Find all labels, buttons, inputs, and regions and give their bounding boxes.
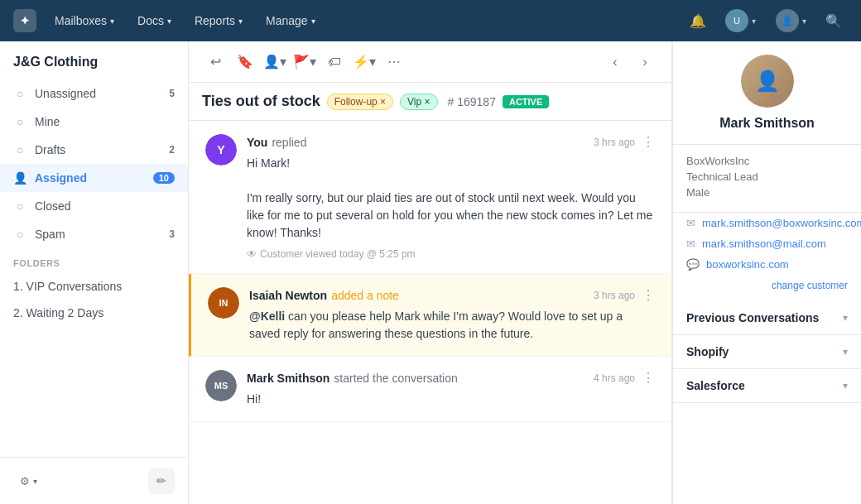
message-body: @Kelli can you please help Mark while I'… [249,308,655,343]
sidebar-bottom: ⚙ ▾ ✏ [0,457,188,504]
notification-bell-icon[interactable]: 🔔 [684,7,712,35]
nav-arrows: ‹ › [602,49,658,75]
nav-manage[interactable]: Manage ▾ [257,9,324,32]
drafts-icon: ○ [13,143,26,156]
org-name: J&G Clothing [0,41,188,79]
sidebar-item-assigned[interactable]: 👤 Assigned 10 [0,164,188,192]
assign-button[interactable]: 👤▾ [262,49,288,75]
conversation-title-bar: Ties out of stock Follow-up × Vip × # 16… [189,83,671,121]
message-sender: Mark Smithson [247,372,329,385]
email-icon: ✉ [686,217,695,229]
assigned-icon: 👤 [13,171,26,185]
message-body: Hi! [247,391,655,408]
sender-avatar: IN [208,287,239,319]
spam-icon: ○ [13,228,26,241]
message-sender: You [247,136,267,149]
workflow-button[interactable]: ⚡▾ [351,49,378,75]
panel-shopify-title: Shopify [686,345,729,358]
panel-salesforce-title: Salesforce [686,379,745,392]
message-action: replied [272,136,306,149]
folder-waiting[interactable]: 2. Waiting 2 Days [0,300,188,326]
message-menu-button[interactable]: ⋮ [642,134,655,150]
conversation-messages: Y You replied 3 hrs ago ⋮ Hi Mark! I'm r… [189,121,671,504]
prev-conv-button[interactable]: ‹ [602,49,628,75]
message-action: started the conversation [334,372,457,385]
message-item: Y You replied 3 hrs ago ⋮ Hi Mark! I'm r… [189,121,671,274]
contact-title: Technical Lead [686,170,848,183]
tag-followup[interactable]: Follow-up × [327,94,393,110]
contact-avatar-button[interactable]: 👤 ▾ [769,6,813,36]
message-footer: 👁 Customer viewed today @ 5:25 pm [247,248,655,260]
conversation-id: # 169187 [448,95,496,108]
sidebar: J&G Clothing ○ Unassigned 5 ○ Mine ○ Dra… [0,41,189,504]
contact-website: 💬 boxworksinc.com [673,254,861,275]
panel-shopify: Shopify [673,335,861,369]
change-customer-section: change customer [673,275,861,301]
sender-avatar: Y [205,134,237,166]
closed-icon: ○ [13,199,26,213]
panel-salesforce-header[interactable]: Salesforce [673,369,861,402]
conversation-title: Ties out of stock [202,93,320,110]
message-content: Mark Smithson started the conversation 4… [247,370,655,408]
sidebar-item-unassigned[interactable]: ○ Unassigned 5 [0,79,188,108]
snooze-button[interactable]: 🔖 [232,49,258,75]
change-customer-link[interactable]: change customer [772,280,848,291]
message-sender: Isaiah Newton [249,289,327,302]
conversation-area: ↩ 🔖 👤▾ 🚩▾ 🏷 ⚡▾ ⋯ ‹ › Ties out of stock F… [189,41,672,504]
email-link-2[interactable]: mark.smithson@mail.com [702,238,826,250]
contact-email-1: ✉ mark.smithson@boxworksinc.com [673,213,861,233]
message-item: IN Isaiah Newton added a note 3 hrs ago … [189,274,671,357]
contact-name: Mark Smithson [686,116,848,131]
user-avatar-button[interactable]: U ▾ [719,6,762,36]
tag-vip[interactable]: Vip × [400,94,437,110]
message-body: Hi Mark! I'm really sorry, but our plaid… [247,155,655,242]
message-time: 4 hrs ago [594,372,635,384]
mine-icon: ○ [13,115,26,128]
message-menu-button[interactable]: ⋮ [642,287,655,303]
email-link-1[interactable]: mark.smithson@boxworksinc.com [702,217,861,229]
chevron-down-icon [843,346,848,358]
right-panel: 👤 Mark Smithson BoxWorksInc Technical Le… [672,41,861,504]
unassigned-icon: ○ [13,87,26,100]
status-badge: ACTIVE [503,95,549,108]
compose-icon: ✏ [156,474,166,487]
panel-previous-header[interactable]: Previous Conversations [673,301,861,334]
nav-reports[interactable]: Reports ▾ [186,9,251,32]
sender-avatar: MS [205,370,237,401]
message-action: added a note [331,289,399,302]
label-button[interactable]: 🏷 [321,49,348,75]
folders-label: FOLDERS [0,248,188,273]
sidebar-item-mine[interactable]: ○ Mine [0,108,188,136]
panel-shopify-header[interactable]: Shopify [673,335,861,368]
nav-right-actions: 🔔 U ▾ 👤 ▾ 🔍 [684,6,848,36]
conversation-toolbar: ↩ 🔖 👤▾ 🚩▾ 🏷 ⚡▾ ⋯ ‹ › [189,41,671,83]
settings-button[interactable]: ⚙ ▾ [13,472,44,491]
message-time: 3 hrs ago [594,137,635,148]
website-link[interactable]: boxworksinc.com [706,258,789,271]
nav-mailboxes[interactable]: Mailboxes ▾ [46,9,123,32]
chevron-down-icon [843,380,848,391]
chat-icon: 💬 [686,258,700,271]
sidebar-item-spam[interactable]: ○ Spam 3 [0,220,188,248]
back-button[interactable]: ↩ [202,49,228,75]
sidebar-item-closed[interactable]: ○ Closed [0,192,188,220]
contact-gender: Male [686,186,848,199]
gear-icon: ⚙ [20,475,30,487]
next-conv-button[interactable]: › [632,49,658,75]
contact-header: 👤 Mark Smithson [673,41,861,145]
chevron-down-icon [843,312,848,324]
panel-previous-title: Previous Conversations [686,311,819,324]
contact-icon: 👤 [776,9,799,32]
folder-vip[interactable]: 1. VIP Conversations [0,273,188,300]
settings-chevron: ▾ [33,477,37,486]
contact-company: BoxWorksInc [686,155,848,167]
sidebar-item-drafts[interactable]: ○ Drafts 2 [0,136,188,164]
more-button[interactable]: ⋯ [381,49,407,75]
compose-button[interactable]: ✏ [148,468,175,494]
nav-docs[interactable]: Docs ▾ [129,9,180,32]
status-button[interactable]: 🚩▾ [291,49,318,75]
search-icon[interactable]: 🔍 [820,7,848,35]
message-content: Isaiah Newton added a note 3 hrs ago ⋮ @… [249,287,655,343]
message-menu-button[interactable]: ⋮ [642,370,655,386]
user-avatar: U [725,9,748,32]
